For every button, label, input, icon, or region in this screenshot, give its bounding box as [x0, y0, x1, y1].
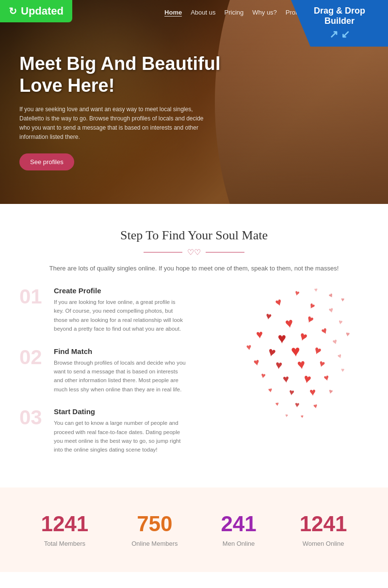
step-2-text: Find Match Browse through profiles of lo… [54, 347, 187, 394]
dnd-arrows-icon: ↗ ↙ [300, 28, 379, 41]
step-2: 02 Find Match Browse through profiles of… [19, 347, 187, 394]
stat-women-label: Women Online [303, 540, 344, 547]
stat-women-number: 1241 [300, 512, 347, 536]
steps-section: Step To Find Your Soul Mate ♡♡ There are… [0, 204, 388, 487]
stat-total-members: 1241 Total Members [41, 512, 88, 548]
updated-label: Updated [21, 5, 64, 17]
stat-women-online: 1241 Women Online [300, 512, 347, 548]
steps-subtitle: There are lots of quality singles online… [19, 265, 369, 272]
hearts-cluster: ♥ ♥ ♥ ♥ ♥ ♥ ♥ ♥ ♥ ♥ ♥ ♥ ♥ ♥ ♥ ♥ ♥ [217, 286, 353, 422]
step-2-title: Find Match [54, 347, 187, 355]
nav-home[interactable]: Home [164, 9, 182, 17]
steps-title: Step To Find Your Soul Mate [19, 228, 369, 243]
hero-content: Meet Big And Beautiful Love Here! If you… [19, 53, 228, 171]
stat-men-online: 241 Men Online [221, 512, 256, 548]
stat-online-members: 750 Online Members [131, 512, 178, 548]
nav-about[interactable]: About us [191, 9, 215, 17]
stat-total-number: 1241 [41, 512, 88, 536]
divider-right [206, 252, 244, 252]
hero-title: Meet Big And Beautiful Love Here! [19, 53, 228, 97]
step-1-number: 01 [19, 286, 46, 307]
steps-content: 01 Create Profile If you are looking for… [19, 286, 369, 468]
refresh-icon: ↻ [9, 5, 17, 17]
stat-men-number: 241 [221, 512, 256, 536]
steps-list: 01 Create Profile If you are looking for… [19, 286, 187, 468]
step-1-text: Create Profile If you are looking for lo… [54, 286, 187, 334]
stat-men-label: Men Online [223, 540, 255, 547]
steps-divider: ♡♡ [19, 248, 369, 257]
stat-online-number: 750 [131, 512, 178, 536]
see-profiles-button[interactable]: See profiles [19, 153, 74, 170]
meet-section: Meet Someone Worth Meeting ♡♡ We love br… [0, 572, 388, 588]
step-1: 01 Create Profile If you are looking for… [19, 286, 187, 334]
step-2-desc: Browse through profiles of locals and de… [54, 358, 187, 394]
step-3: 03 Start Dating You can get to know a la… [19, 407, 187, 454]
hero-description: If you are seeking love and want an easy… [19, 105, 204, 142]
heart-divider-icon: ♡♡ [187, 248, 201, 257]
hearts-visual: ♥ ♥ ♥ ♥ ♥ ♥ ♥ ♥ ♥ ♥ ♥ ♥ ♥ ♥ ♥ ♥ ♥ [201, 286, 369, 422]
step-3-desc: You can get to know a large number of pe… [54, 419, 187, 454]
step-3-title: Start Dating [54, 407, 187, 416]
nav-pricing[interactable]: Pricing [225, 9, 244, 17]
step-3-text: Start Dating You can get to know a large… [54, 407, 187, 454]
updated-badge: ↻ Updated [0, 0, 72, 22]
stat-online-label: Online Members [131, 540, 178, 547]
step-1-title: Create Profile [54, 286, 187, 295]
stat-total-label: Total Members [44, 540, 85, 547]
step-3-number: 03 [19, 407, 46, 428]
step-1-desc: If you are looking for love online, a gr… [54, 298, 187, 334]
stats-section: 1241 Total Members 750 Online Members 24… [0, 487, 388, 572]
step-2-number: 02 [19, 347, 46, 368]
nav-why[interactable]: Why us? [252, 9, 277, 17]
divider-left [144, 252, 182, 252]
dnd-label: Drag & DropBuilder [314, 6, 365, 26]
